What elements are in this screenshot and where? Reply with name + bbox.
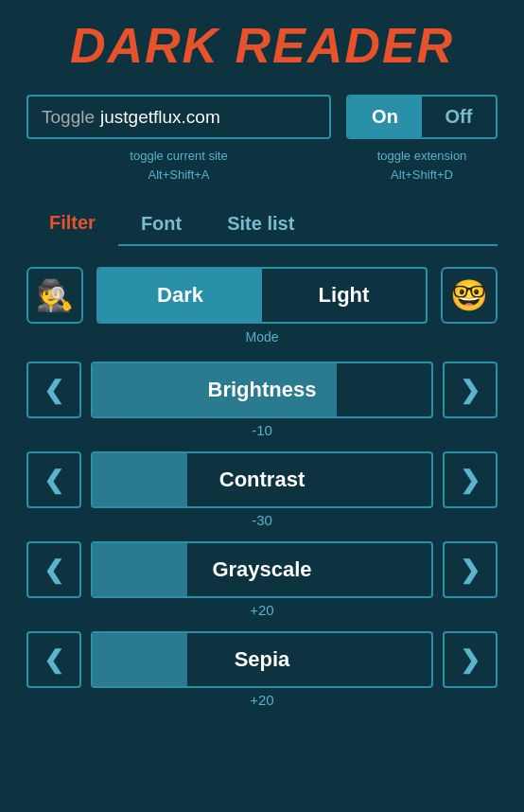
arrow-right-brightness[interactable]: ❯	[443, 362, 498, 418]
slider-section-grayscale: ❮ Grayscale ❯ +20	[26, 541, 498, 618]
sliders-container: ❮ Brightness ❯ -10 ❮ Contrast ❯ -30 ❮ Gr…	[26, 362, 498, 708]
toggle-hints: toggle current site Alt+Shift+A toggle e…	[26, 147, 498, 184]
tab-filter[interactable]: Filter	[26, 204, 118, 246]
tab-font[interactable]: Font	[118, 205, 204, 244]
slider-row-grayscale: ❮ Grayscale ❯	[26, 541, 498, 598]
arrow-right-contrast[interactable]: ❯	[443, 451, 498, 508]
mode-dark-button[interactable]: Dark	[98, 269, 262, 322]
arrow-left-brightness[interactable]: ❮	[26, 362, 81, 418]
slider-label-brightness: Brightness	[93, 378, 431, 402]
arrow-left-grayscale[interactable]: ❮	[26, 541, 81, 598]
mode-row: 🕵️ Dark Light 🤓	[26, 267, 498, 324]
slider-value-brightness: -10	[26, 422, 498, 438]
slider-label-contrast: Contrast	[93, 468, 431, 492]
toggle-row: Toggle justgetflux.com On Off	[26, 95, 498, 139]
slider-track-brightness[interactable]: Brightness	[91, 362, 433, 418]
mode-buttons: Dark Light	[96, 267, 428, 324]
slider-track-contrast[interactable]: Contrast	[91, 451, 433, 508]
mode-light-button[interactable]: Light	[262, 269, 426, 322]
slider-track-grayscale[interactable]: Grayscale	[91, 541, 433, 598]
slider-label-sepia: Sepia	[93, 647, 431, 672]
arrow-left-sepia[interactable]: ❮	[26, 631, 81, 688]
app-title: DARK READER	[26, 17, 498, 74]
slider-row-sepia: ❮ Sepia ❯	[26, 631, 498, 688]
on-button[interactable]: On	[348, 97, 422, 137]
slider-value-contrast: -30	[26, 512, 498, 528]
slider-value-grayscale: +20	[26, 602, 498, 618]
slider-section-sepia: ❮ Sepia ❯ +20	[26, 631, 498, 708]
toggle-prefix: Toggle	[42, 107, 95, 128]
on-off-box: On Off	[346, 95, 498, 139]
tabs-row: Filter Font Site list	[26, 204, 498, 246]
slider-track-sepia[interactable]: Sepia	[91, 631, 433, 688]
slider-row-brightness: ❮ Brightness ❯	[26, 362, 498, 418]
app-container: DARK READER Toggle justgetflux.com On Of…	[0, 0, 524, 750]
slider-label-grayscale: Grayscale	[93, 557, 431, 582]
toggle-site-box[interactable]: Toggle justgetflux.com	[26, 95, 331, 139]
avatar-light: 🤓	[441, 267, 498, 324]
arrow-right-sepia[interactable]: ❯	[443, 631, 498, 688]
toggle-site-hint: toggle current site Alt+Shift+A	[26, 147, 331, 184]
slider-value-sepia: +20	[26, 692, 498, 708]
slider-section-contrast: ❮ Contrast ❯ -30	[26, 451, 498, 528]
slider-section-brightness: ❮ Brightness ❯ -10	[26, 362, 498, 438]
toggle-extension-hint: toggle extension Alt+Shift+D	[346, 147, 498, 184]
mode-label: Mode	[26, 329, 498, 344]
arrow-left-contrast[interactable]: ❮	[26, 451, 81, 508]
toggle-site-name: justgetflux.com	[100, 107, 220, 128]
arrow-right-grayscale[interactable]: ❯	[443, 541, 498, 598]
off-button[interactable]: Off	[422, 97, 496, 137]
tab-site-list[interactable]: Site list	[204, 205, 317, 244]
avatar-dark: 🕵️	[26, 267, 83, 324]
slider-row-contrast: ❮ Contrast ❯	[26, 451, 498, 508]
